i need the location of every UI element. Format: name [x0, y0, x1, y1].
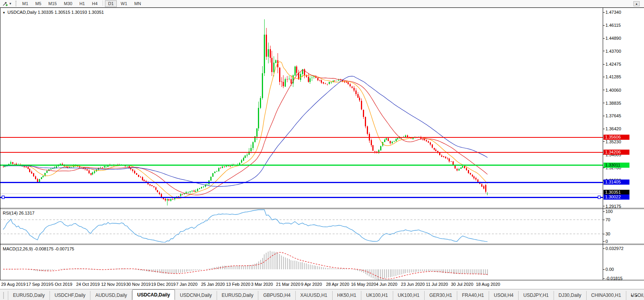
bottom-tab-dj30-daily[interactable]: DJ30,Daily	[554, 291, 587, 300]
hline-drag-handle[interactable]	[598, 196, 600, 199]
timeframe-button-m15[interactable]: M15	[45, 0, 60, 7]
tab-scroll-buttons: ◂▸	[631, 293, 641, 298]
bottom-tab-gbpusd-h4[interactable]: GBPUSD,H4	[258, 291, 295, 300]
tab-scroll-left-icon[interactable]: ◂	[631, 293, 636, 298]
tab-scroll-right-icon[interactable]: ▸	[636, 293, 641, 298]
crosshair-tool-icon[interactable]	[1, 1, 9, 7]
chart-collapse-button[interactable]: ▲	[633, 1, 640, 6]
bottom-tab-audusd-daily[interactable]: AUDUSD,Daily	[90, 291, 132, 300]
bottom-tab-china300-h1[interactable]: CHINA300,H1	[587, 291, 626, 300]
timeframe-button-m1[interactable]: M1	[19, 0, 31, 7]
timeframe-button-d1[interactable]: D1	[105, 0, 117, 7]
bottom-tab-eurusd-daily[interactable]: EURUSD,Daily	[217, 291, 259, 300]
toolbar-grip[interactable]	[15, 1, 17, 6]
bottom-tab-uk100-h1[interactable]: UK100,H1	[361, 291, 393, 300]
timeframe-button-group: M1M5M15M30H1H4D1W1MN	[19, 0, 145, 7]
timeframe-button-h1[interactable]: H1	[76, 0, 88, 7]
bottom-tab-usdchf-daily[interactable]: USDCHF,Daily	[50, 291, 91, 300]
bottom-tab-eurusd-daily[interactable]: EURUSD,Daily	[8, 291, 50, 300]
toolbar: ▾ M1M5M15M30H1H4D1W1MN	[0, 0, 644, 7]
bottom-tab-uk100-h1[interactable]: UK100,H1	[393, 291, 425, 300]
chart-tab-bar: EURUSD,DailyUSDCHF,DailyAUDUSD,DailyUSDC…	[0, 289, 644, 300]
timeframe-button-h4[interactable]: H4	[89, 0, 101, 7]
bottom-tab-hk50-h1[interactable]: HK50,H1	[333, 291, 362, 300]
toolbar-separator	[103, 0, 103, 6]
bottom-tab-usdcad-daily[interactable]: USDCAD,Daily	[132, 289, 175, 300]
bottom-tab-ger30-h1[interactable]: GER30,H1	[425, 291, 457, 300]
tool-dropdown-icon[interactable]: ▾	[9, 2, 11, 6]
bottom-tab-fra40-h1[interactable]: FRA40,H1	[457, 291, 489, 300]
bottom-tab-usdcnh-daily[interactable]: USDCNH,Daily	[175, 291, 217, 300]
bottom-tab-usdjpy-h1[interactable]: USDJPY,H1	[519, 291, 554, 300]
price-chart-canvas[interactable]	[0, 0, 644, 300]
timeframe-button-mn[interactable]: MN	[131, 0, 144, 7]
hline-drag-handle[interactable]	[2, 196, 4, 199]
bottom-tab-usoil-h4[interactable]: USOil,H4	[489, 291, 519, 300]
timeframe-button-m5[interactable]: M5	[32, 0, 44, 7]
tab-row: EURUSD,DailyUSDCHF,DailyAUDUSD,DailyUSDC…	[8, 289, 644, 300]
timeframe-button-w1[interactable]: W1	[118, 0, 131, 7]
timeframe-button-m30[interactable]: M30	[61, 0, 75, 7]
mt4-window: ▾ M1M5M15M30H1H4D1W1MN ▲ ▼USDCAD,Daily 1…	[0, 0, 644, 300]
bottom-tab-xauusd-h1[interactable]: XAUUSD,H1	[296, 291, 333, 300]
tabbar-grip[interactable]	[3, 292, 4, 299]
